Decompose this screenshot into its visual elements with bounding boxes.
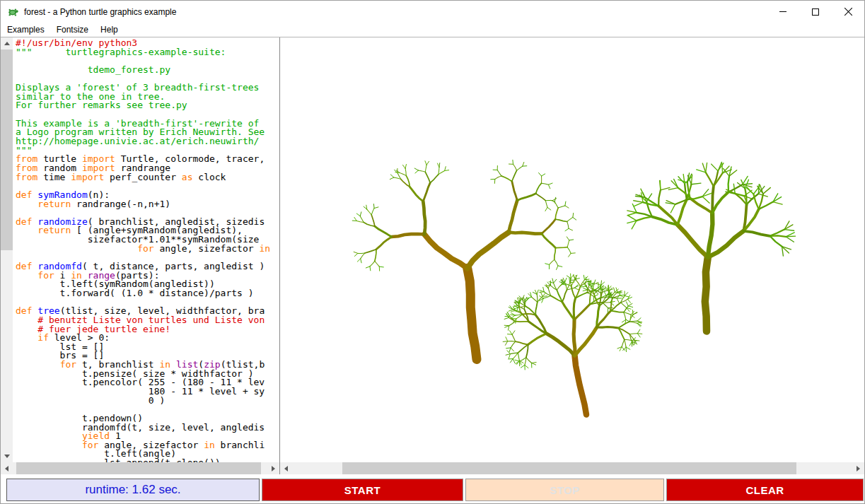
editor-vscrollbar[interactable]: [1, 37, 13, 462]
turtle-canvas: [280, 37, 864, 462]
editor-hscrollbar-thumb[interactable]: [16, 462, 261, 474]
start-button[interactable]: START: [262, 479, 463, 501]
code-line: http://homepage.univie.ac.at/erich.neuwi…: [16, 137, 279, 146]
close-icon: [844, 7, 853, 16]
code-line: """ turtlegraphics-example-suite:: [16, 48, 279, 57]
minimize-button[interactable]: [767, 1, 799, 23]
clear-button[interactable]: CLEAR: [666, 479, 864, 501]
canvas-hscrollbar-track[interactable]: [292, 462, 852, 474]
app-window: forest - a Python turtle graphics exampl…: [0, 0, 865, 504]
menubar: Examples Fontsize Help: [1, 23, 864, 37]
code-line: return randrange(-n,n+1): [16, 200, 279, 209]
statusbar: runtime: 1.62 sec. START STOP CLEAR: [1, 474, 864, 503]
code-line: from time import perf_counter as clock: [16, 173, 279, 182]
close-button[interactable]: [832, 1, 864, 23]
scroll-down-button[interactable]: [1, 450, 13, 462]
code-line: tdemo_forest.py: [16, 66, 279, 75]
menu-item-help[interactable]: Help: [100, 25, 118, 35]
turtle-icon: [7, 6, 19, 18]
canvas-pane: [280, 37, 864, 474]
maximize-button[interactable]: [799, 1, 832, 23]
window-title: forest - a Python turtle graphics exampl…: [24, 7, 176, 17]
code-line: For further remarks see tree.py: [16, 101, 279, 110]
menu-item-examples[interactable]: Examples: [7, 25, 45, 35]
editor-vscrollbar-track[interactable]: [1, 49, 13, 450]
editor-vscrollbar-thumb[interactable]: [1, 49, 13, 250]
runtime-label: runtime: 1.62 sec.: [6, 479, 260, 501]
main-area: #!/usr/bin/env python3""" turtlegraphics…: [1, 37, 864, 474]
arrow-left-icon: [5, 466, 8, 471]
editor-scroll-right-button[interactable]: [267, 462, 279, 474]
menu-item-fontsize[interactable]: Fontsize: [57, 25, 88, 35]
titlebar: forest - a Python turtle graphics exampl…: [1, 1, 864, 23]
arrow-right-icon: [857, 466, 860, 471]
canvas-scroll-left-button[interactable]: [280, 462, 292, 474]
editor-pane: #!/usr/bin/env python3""" turtlegraphics…: [1, 37, 280, 474]
scroll-up-button[interactable]: [1, 37, 13, 49]
canvas-hscrollbar-thumb[interactable]: [342, 462, 796, 474]
code-line: for angle, sizefactor in: [16, 245, 279, 254]
arrow-right-icon: [272, 466, 275, 471]
editor-hscrollbar[interactable]: [1, 462, 279, 474]
canvas-viewport: [280, 37, 864, 462]
canvas-hscrollbar[interactable]: [280, 462, 864, 474]
code-editor[interactable]: #!/usr/bin/env python3""" turtlegraphics…: [13, 37, 279, 462]
arrow-down-icon: [4, 455, 10, 458]
maximize-icon: [812, 8, 819, 16]
arrow-up-icon: [4, 42, 10, 45]
stop-button[interactable]: STOP: [465, 479, 664, 501]
code-line: 0 ): [16, 397, 279, 406]
arrow-left-icon: [284, 466, 288, 471]
minimize-icon: [779, 11, 786, 12]
code-line: t.forward( (1.0 * distance)/parts ): [16, 289, 279, 298]
editor-scroll-left-button[interactable]: [1, 462, 13, 474]
window-controls: [767, 1, 864, 23]
editor-hscrollbar-track[interactable]: [13, 462, 267, 474]
canvas-scroll-right-button[interactable]: [852, 462, 864, 474]
